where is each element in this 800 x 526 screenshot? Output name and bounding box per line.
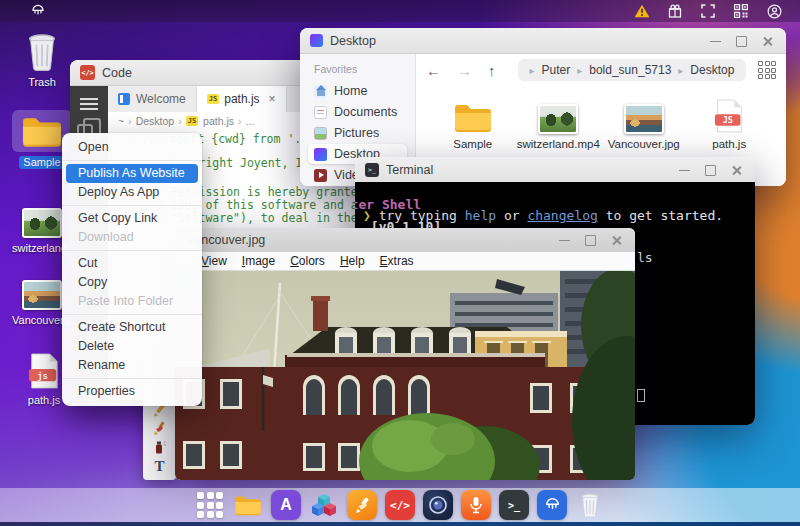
menu-item-get-copy-link[interactable]: Get Copy Link [62,209,202,228]
menu-help[interactable]: Help [340,254,365,268]
crumb-part[interactable]: path.js [203,115,234,127]
terminal-cursor [637,389,645,402]
menu-item-deploy-as-app[interactable]: Deploy As App [62,183,202,202]
breadcrumb-item[interactable]: Puter [542,63,571,77]
close-icon[interactable] [730,164,743,177]
puter-draw-icon [543,496,562,514]
js-file-icon: JS [687,90,773,134]
breadcrumb-item[interactable]: Desktop [690,63,734,77]
tab-label: path.js [224,92,259,106]
image-viewer-menubar: View Image Colors Help Extras [175,252,635,271]
menu-item-cut[interactable]: Cut [62,254,202,273]
menu-separator [62,314,202,315]
file-label: path.js [687,138,773,150]
photo-canvas [175,271,635,480]
sidebar-item-label: Home [334,84,367,98]
terminal-icon: >_ [508,500,520,511]
desktop-folder-icon [310,34,323,47]
desktop-icon-trash[interactable]: Trash [12,30,72,90]
taskbar-recorder[interactable] [461,490,491,520]
sidebar-item-home[interactable]: Home [308,81,407,101]
window-controls [665,157,743,183]
grid-view-icon[interactable] [758,61,776,79]
sidebar-item-pictures[interactable]: Pictures [308,123,407,143]
desktop-icon [314,148,327,161]
menu-item-copy[interactable]: Copy [62,273,202,292]
vancouver-photo [175,271,635,480]
paintbrush-tool-icon[interactable] [152,421,167,436]
maximize-icon[interactable] [704,164,717,177]
terminal-titlebar[interactable]: >_ Terminal [355,157,755,183]
tab-close-icon[interactable]: × [269,92,276,106]
menu-extras[interactable]: Extras [380,254,414,268]
help-link[interactable]: help [465,208,496,223]
menu-item-open[interactable]: Open [62,138,202,157]
menu-item-rename[interactable]: Rename [62,356,202,375]
fullscreen-icon[interactable] [700,3,716,19]
chevron-icon: › [238,115,242,127]
close-icon[interactable] [610,234,623,247]
js-badge-icon: JS [207,94,219,104]
videos-icon [314,169,327,182]
menu-item-properties[interactable]: Properties [62,382,202,401]
puter-logo-icon[interactable] [30,3,46,19]
menu-separator [62,205,202,206]
taskbar-3d-modeler[interactable] [309,490,339,520]
svg-text:JS: JS [723,115,733,125]
tab-label: Welcome [136,92,186,106]
file-manager-titlebar[interactable]: Desktop [300,28,786,54]
breadcrumb-item[interactable]: bold_sun_5713 [589,63,671,77]
image-viewer-titlebar[interactable]: Vancouver.jpg [175,228,635,252]
menu-item-delete[interactable]: Delete [62,337,202,356]
back-icon[interactable]: ← [426,62,441,79]
menu-image[interactable]: Image [242,254,275,268]
taskbar-paint[interactable] [347,490,377,520]
minimize-icon[interactable] [558,234,571,247]
menu-item-publish-as-website[interactable]: Publish As Website [66,164,198,183]
maximize-icon[interactable] [735,35,748,48]
menu-hamburger-icon[interactable] [80,98,98,110]
documents-icon [314,106,327,119]
home-icon [314,85,327,98]
taskbar-text-editor[interactable]: A [271,490,301,520]
taskbar-camera[interactable] [423,490,453,520]
taskbar-terminal[interactable]: >_ [499,490,529,520]
taskbar-trash[interactable] [575,490,605,520]
file-label: Sample [430,138,516,150]
changelog-link[interactable]: changelog [527,208,597,223]
taskbar-app-launcher[interactable] [195,490,225,520]
minimize-icon[interactable] [678,164,691,177]
taskbar-draw[interactable] [537,490,567,520]
qr-code-icon[interactable] [733,3,749,19]
trash-icon [579,492,601,518]
close-icon[interactable] [761,35,774,48]
text-tool-icon[interactable]: T [154,459,164,474]
desktop-icon-label: Sample [19,156,64,169]
menu-view[interactable]: View [201,254,227,268]
ink-tool-icon[interactable] [153,440,167,455]
tab-welcome[interactable]: Welcome [108,86,197,112]
maximize-icon[interactable] [584,234,597,247]
forward-icon[interactable]: → [457,62,472,79]
menu-colors[interactable]: Colors [290,254,325,268]
crumb-part[interactable]: ~ [118,115,124,127]
gift-icon[interactable] [667,3,683,19]
taskbar-files[interactable] [233,490,263,520]
microphone-icon [469,496,483,514]
js-badge-icon: JS [186,116,198,126]
minimize-icon[interactable] [709,35,722,48]
chevron-icon: › [178,115,182,127]
up-icon[interactable]: ↑ [488,62,496,79]
terminal-tip: ❯ try typing help or changelog to get st… [363,208,723,223]
warning-icon[interactable] [634,3,650,19]
welcome-tab-icon [118,93,130,105]
crumb-part[interactable]: ... [246,115,255,127]
desktop-icon-label: Trash [28,76,56,89]
sidebar-item-documents[interactable]: Documents [308,102,407,122]
taskbar-code[interactable]: </> [385,490,415,520]
crumb-part[interactable]: Desktop [136,115,175,127]
tab-pathjs[interactable]: JS path.js × [197,86,287,112]
menu-item-create-shortcut[interactable]: Create Shortcut [62,318,202,337]
terminal-title: Terminal [386,163,433,177]
account-icon[interactable] [766,3,782,19]
